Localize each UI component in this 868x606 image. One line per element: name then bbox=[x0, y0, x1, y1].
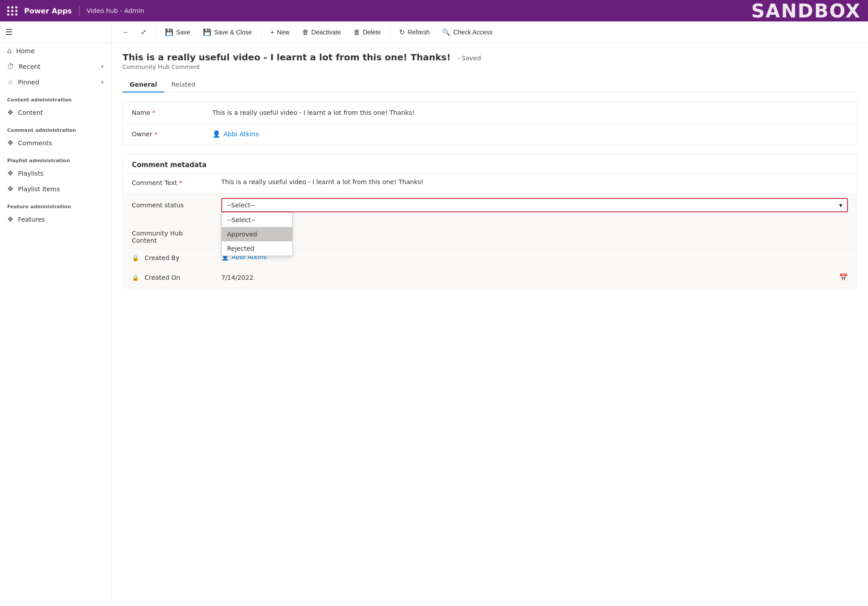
sidebar-item-recent[interactable]: ⏱ Recent ∨ bbox=[0, 59, 111, 74]
comments-icon: ❖ bbox=[7, 139, 13, 147]
metadata-row-comment-text: Comment Text * This is a really useful v… bbox=[123, 173, 857, 193]
features-icon: ❖ bbox=[7, 215, 13, 223]
metadata-section: Comment metadata Comment Text * This is … bbox=[122, 154, 857, 288]
save-icon: 💾 bbox=[165, 28, 173, 36]
lock-icon: 🔒 bbox=[132, 255, 139, 261]
refresh-button[interactable]: ↻ Refresh bbox=[394, 25, 435, 39]
created-on-value: 7/14/2022 📅 bbox=[221, 273, 848, 282]
community-hub-label: Community Hub Content bbox=[132, 222, 221, 244]
name-label: Name * bbox=[132, 109, 212, 116]
comment-status-value: --Select-- ▼ --Select-- Approved Rejecte… bbox=[221, 198, 848, 212]
sidebar-item-features[interactable]: ❖ Features bbox=[0, 211, 111, 227]
tab-related[interactable]: Related bbox=[164, 77, 202, 93]
top-bar-separator bbox=[79, 5, 80, 16]
app-grid-icon[interactable] bbox=[7, 6, 18, 16]
dropdown-option-select[interactable]: --Select-- bbox=[222, 213, 292, 227]
new-button[interactable]: + New bbox=[265, 25, 295, 38]
check-access-icon: 🔍 bbox=[442, 28, 451, 36]
toolbar-sep-3 bbox=[390, 27, 390, 38]
recent-icon: ⏱ bbox=[7, 62, 14, 71]
required-star: * bbox=[154, 130, 157, 138]
sidebar-item-pinned[interactable]: ☆ Pinned ∨ bbox=[0, 74, 111, 90]
metadata-title: Comment metadata bbox=[123, 155, 857, 173]
dropdown-option-rejected[interactable]: Rejected bbox=[222, 241, 292, 256]
hamburger-icon[interactable]: ☰ bbox=[5, 27, 13, 37]
created-on-label: 🔒 Created On bbox=[132, 273, 221, 281]
app-subtitle: Video hub - Admin bbox=[87, 7, 144, 14]
sidebar-item-label: Home bbox=[16, 47, 104, 55]
back-icon: ← bbox=[122, 28, 129, 36]
refresh-icon: ↻ bbox=[399, 28, 405, 36]
comment-text-value: This is a really useful video - I learnt… bbox=[221, 178, 848, 185]
page-title-text: This is a really useful video - I learnt… bbox=[122, 52, 451, 63]
pin-icon: ☆ bbox=[7, 78, 13, 86]
comment-status-dropdown[interactable]: --Select-- ▼ bbox=[221, 198, 848, 212]
comment-text-label: Comment Text * bbox=[132, 178, 221, 186]
sidebar-item-playlist-items[interactable]: ❖ Playlist Items bbox=[0, 181, 111, 197]
comment-status-label: Comment status bbox=[132, 198, 221, 209]
page-content: This is a really useful video - I learnt… bbox=[112, 43, 868, 606]
content-icon: ❖ bbox=[7, 108, 13, 117]
delete-icon: 🗑 bbox=[354, 28, 360, 36]
sidebar-top: ☰ bbox=[0, 21, 111, 43]
chevron-down-icon: ∨ bbox=[101, 79, 104, 85]
toolbar-sep-1 bbox=[156, 27, 156, 38]
main-form-section: Name * This is a really useful video - I… bbox=[122, 101, 857, 145]
form-row-owner: Owner * 👤 Abbi Atkins bbox=[123, 123, 857, 145]
sidebar-item-comments[interactable]: ❖ Comments bbox=[0, 135, 111, 151]
dropdown-menu: --Select-- Approved Rejected bbox=[221, 212, 293, 256]
tabs: General Related bbox=[122, 77, 857, 93]
save-close-icon: 💾 bbox=[203, 28, 211, 36]
sidebar: ☰ ⌂ Home ⏱ Recent ∨ ☆ Pinned ∨ Content a… bbox=[0, 21, 112, 606]
page-title: This is a really useful video - I learnt… bbox=[122, 52, 857, 63]
save-button[interactable]: 💾 Save bbox=[160, 25, 196, 39]
app-name: Power Apps bbox=[24, 7, 72, 15]
required-star: * bbox=[179, 179, 182, 186]
sidebar-section-comment-admin: Comment administration bbox=[0, 120, 111, 135]
open-record-button[interactable]: ⤢ bbox=[135, 25, 152, 39]
deactivate-icon: 🗑 bbox=[302, 28, 309, 36]
new-icon: + bbox=[270, 28, 274, 36]
top-bar: Power Apps Video hub - Admin SANDBOX bbox=[0, 0, 868, 21]
back-button[interactable]: ← bbox=[117, 25, 135, 38]
sidebar-item-label: Comments bbox=[18, 139, 104, 147]
sidebar-item-content[interactable]: ❖ Content bbox=[0, 105, 111, 120]
sandbox-label: SANDBOX bbox=[751, 0, 861, 22]
sidebar-item-playlists[interactable]: ❖ Playlists bbox=[0, 165, 111, 181]
sidebar-item-label: Playlists bbox=[18, 170, 104, 177]
content-area: ← ⤢ 💾 Save 💾 Save & Close + New 🗑 bbox=[112, 21, 868, 606]
playlist-items-icon: ❖ bbox=[7, 185, 13, 193]
sidebar-item-label: Recent bbox=[19, 63, 96, 70]
sidebar-item-label: Playlist Items bbox=[18, 185, 104, 193]
sidebar-section-content-admin: Content administration bbox=[0, 90, 111, 105]
toolbar-nav: ← ⤢ bbox=[117, 25, 152, 39]
name-value: This is a really useful video - I learnt… bbox=[212, 109, 848, 116]
metadata-row-comment-status: Comment status --Select-- ▼ --Select-- A… bbox=[123, 193, 857, 217]
deactivate-button[interactable]: 🗑 Deactivate bbox=[297, 25, 346, 38]
saved-badge: - Saved bbox=[457, 55, 481, 62]
sidebar-item-label: Content bbox=[18, 109, 104, 116]
calendar-icon[interactable]: 📅 bbox=[839, 273, 848, 282]
open-icon: ⤢ bbox=[141, 28, 147, 36]
sidebar-item-label: Pinned bbox=[18, 79, 96, 86]
owner-value[interactable]: 👤 Abbi Atkins bbox=[212, 130, 848, 138]
delete-button[interactable]: 🗑 Delete bbox=[348, 25, 386, 38]
sidebar-section-feature-admin: Feature administration bbox=[0, 197, 111, 211]
dropdown-chevron-icon: ▼ bbox=[839, 203, 843, 208]
person-icon: 👤 bbox=[212, 130, 221, 138]
dropdown-current-value: --Select-- bbox=[227, 202, 255, 209]
required-star: * bbox=[152, 109, 155, 116]
created-by-value[interactable]: 👤 Abbi Atkins bbox=[221, 253, 848, 261]
chevron-down-icon: ∨ bbox=[101, 63, 104, 69]
owner-label: Owner * bbox=[132, 130, 212, 138]
check-access-button[interactable]: 🔍 Check Access bbox=[437, 25, 498, 39]
form-row-name: Name * This is a really useful video - I… bbox=[123, 102, 857, 123]
toolbar-sep-2 bbox=[261, 27, 261, 38]
toolbar: ← ⤢ 💾 Save 💾 Save & Close + New 🗑 bbox=[112, 21, 868, 43]
sidebar-item-home[interactable]: ⌂ Home bbox=[0, 43, 111, 59]
save-close-button[interactable]: 💾 Save & Close bbox=[198, 25, 257, 39]
tab-general[interactable]: General bbox=[122, 77, 164, 93]
main-layout: ☰ ⌂ Home ⏱ Recent ∨ ☆ Pinned ∨ Content a… bbox=[0, 21, 868, 606]
sidebar-section-playlist-admin: Playlist administration bbox=[0, 151, 111, 165]
dropdown-option-approved[interactable]: Approved bbox=[222, 227, 292, 241]
